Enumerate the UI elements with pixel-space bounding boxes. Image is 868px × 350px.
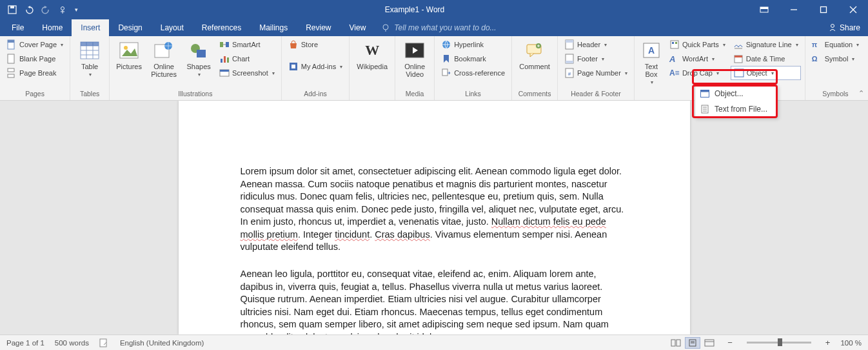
crossref-icon	[441, 68, 451, 78]
svg-rect-30	[220, 42, 223, 47]
tab-review[interactable]: Review	[297, 19, 340, 36]
tab-view[interactable]: View	[340, 19, 375, 36]
ribbon-options-icon[interactable]	[749, 0, 779, 19]
close-icon[interactable]	[838, 0, 868, 19]
header-button[interactable]: Header▾	[562, 37, 630, 52]
status-words[interactable]: 500 words	[55, 339, 89, 347]
addins-icon	[288, 61, 299, 72]
cover-page-button[interactable]: Cover Page▾	[4, 37, 66, 52]
symbol-button[interactable]: ΩSymbol▾	[809, 52, 862, 66]
shapes-icon	[188, 40, 209, 61]
status-bar: Page 1 of 1 500 words English (United Ki…	[0, 335, 868, 350]
comment-button[interactable]: Comment	[516, 37, 553, 70]
status-page[interactable]: Page 1 of 1	[6, 339, 44, 347]
text-file-icon	[700, 105, 709, 114]
tab-references[interactable]: References	[193, 19, 250, 36]
online-pictures-button[interactable]: Online Pictures	[147, 37, 181, 78]
table-button[interactable]: Table▾	[74, 37, 105, 78]
cross-reference-button[interactable]: Cross-reference	[439, 66, 508, 80]
bookmark-button[interactable]: Bookmark	[439, 52, 508, 66]
tab-mailings[interactable]: Mailings	[250, 19, 297, 36]
screenshot-button[interactable]: Screenshot▾	[217, 66, 277, 80]
tab-home[interactable]: Home	[33, 19, 72, 36]
svg-point-2	[61, 7, 64, 10]
smartart-button[interactable]: SmartArt	[217, 37, 277, 52]
proofing-icon[interactable]	[99, 338, 110, 347]
group-comments: Comment Comments	[512, 36, 558, 100]
equation-button[interactable]: πEquation▾	[809, 37, 862, 52]
object-menu-object[interactable]: Object...	[695, 86, 776, 101]
my-addins-button[interactable]: My Add-ins▾	[286, 59, 345, 74]
share-button[interactable]: Share	[820, 19, 868, 36]
page-break-icon	[6, 68, 17, 78]
svg-rect-14	[8, 54, 14, 63]
status-language[interactable]: English (United Kingdom)	[120, 339, 204, 347]
group-media: Online Video Media	[395, 36, 435, 100]
tab-insert[interactable]: Insert	[72, 19, 109, 36]
tab-layout[interactable]: Layout	[152, 19, 193, 36]
svg-text:#: #	[568, 71, 571, 77]
page-number-button[interactable]: #Page Number▾	[562, 66, 630, 80]
wordart-button[interactable]: AWordArt▾	[667, 52, 728, 66]
object-button[interactable]: Object▾	[731, 66, 801, 80]
group-header-footer: Header▾ Footer▾ #Page Number▾ Header & F…	[558, 36, 635, 100]
signature-line-button[interactable]: Signature Line▾	[731, 37, 801, 52]
tab-design[interactable]: Design	[109, 19, 151, 36]
maximize-icon[interactable]	[809, 0, 838, 19]
equation-icon: π	[812, 41, 822, 48]
svg-point-11	[831, 25, 834, 28]
blank-page-button[interactable]: Blank Page	[4, 52, 66, 66]
collapse-ribbon-icon[interactable]: ⌃	[858, 89, 864, 98]
date-time-button[interactable]: Date & Time	[731, 52, 801, 66]
zoom-slider[interactable]	[747, 342, 811, 344]
redo-icon[interactable]	[39, 3, 53, 17]
wordart-icon: A	[669, 54, 680, 64]
zoom-level[interactable]: 100 %	[840, 339, 862, 347]
online-video-button[interactable]: Online Video	[399, 37, 430, 78]
online-pictures-icon	[153, 40, 174, 61]
wikipedia-button[interactable]: WWikipedia	[353, 37, 391, 70]
paragraph-1[interactable]: Lorem ipsum dolor sit amet, consectetuer…	[241, 165, 628, 254]
undo-icon[interactable]	[22, 3, 36, 17]
pagenum-icon: #	[564, 68, 575, 78]
dropcap-icon: A≡	[669, 68, 680, 77]
zoom-out-icon[interactable]: −	[727, 338, 733, 347]
shapes-button[interactable]: Shapes▾	[183, 37, 214, 78]
view-buttons	[668, 337, 717, 349]
svg-rect-36	[220, 70, 229, 72]
tab-file[interactable]: File	[3, 19, 33, 36]
object-item-icon	[700, 89, 709, 98]
quickparts-icon	[669, 39, 680, 50]
tell-me-placeholder: Tell me what you want to do...	[394, 23, 496, 32]
document-page[interactable]: Lorem ipsum dolor sit amet, consectetuer…	[179, 101, 690, 335]
minimize-icon[interactable]	[779, 0, 809, 19]
svg-rect-34	[227, 57, 229, 63]
hyperlink-button[interactable]: Hyperlink	[439, 37, 508, 52]
text-box-button[interactable]: AText Box▾	[638, 37, 664, 86]
svg-rect-41	[442, 69, 448, 76]
quick-parts-button[interactable]: Quick Parts▾	[667, 37, 728, 52]
zoom-in-icon[interactable]: +	[825, 338, 831, 347]
read-mode-icon[interactable]	[668, 337, 684, 349]
pictures-button[interactable]: Pictures	[113, 37, 144, 70]
footer-button[interactable]: Footer▾	[562, 52, 630, 66]
svg-rect-69	[671, 340, 675, 346]
svg-rect-55	[672, 42, 674, 44]
hyperlink-icon	[441, 39, 451, 50]
page-break-button[interactable]: Page Break	[4, 66, 66, 80]
drop-cap-button[interactable]: A≡Drop Cap▾	[667, 66, 728, 80]
object-menu-text-from-file[interactable]: Text from File...	[695, 101, 776, 117]
smartart-icon	[219, 39, 230, 50]
chart-button[interactable]: Chart	[217, 52, 277, 66]
textbox-icon: A	[641, 40, 662, 61]
tell-me-search[interactable]: Tell me what you want to do...	[375, 19, 496, 36]
touch-mode-icon[interactable]	[55, 3, 70, 17]
qat-customize-icon[interactable]: ▾	[72, 3, 80, 17]
save-icon[interactable]	[5, 3, 19, 17]
web-layout-icon[interactable]	[702, 337, 717, 349]
print-layout-icon[interactable]	[685, 337, 700, 349]
window-title: Example1 - Word	[80, 5, 749, 14]
store-button[interactable]: Store	[286, 37, 345, 52]
paragraph-2[interactable]: Aenean leo ligula, porttitor eu, consequ…	[241, 268, 628, 335]
svg-rect-32	[221, 59, 222, 63]
